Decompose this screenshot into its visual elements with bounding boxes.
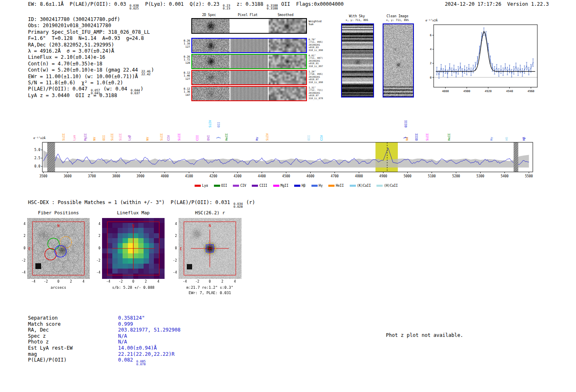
svg-text:4500: 4500	[282, 174, 290, 178]
spec2d-row	[191, 18, 307, 34]
cutout-x-tick: 0	[129, 280, 137, 283]
stacked-uncertainty: 0.31880.3188	[267, 4, 278, 10]
smoothed-image	[269, 55, 306, 68]
info-line: F=1.6" T=0.128 N=1.14 A=0.93 g=24.8	[28, 35, 154, 42]
svg-text:4100: 4100	[185, 174, 193, 178]
emission-line-label: SiII	[425, 133, 429, 141]
spec2d-row	[191, 86, 307, 101]
full-spectrum-chart: 3500360037003800390040004100420043004400…	[23, 110, 555, 189]
emission-line-label: NV	[93, 137, 96, 141]
stacked-uncertainty: 0.230.23	[223, 4, 230, 10]
cutout-y-tick: 0	[91, 246, 100, 250]
spec2d-row-annotation: 1.26" (710, 895) 20190201 v018_07 318_LL…	[309, 70, 328, 84]
legend-item: Hβ	[294, 184, 306, 188]
spec2d-row	[191, 54, 307, 69]
text-segment: (r)	[243, 199, 255, 205]
text-segment: 22.21(22.20,22.22)R	[118, 351, 174, 357]
legend-label: HeII	[336, 184, 344, 188]
hsc-caption-2: EWr: 7, PLAE: 0.031	[173, 291, 247, 295]
cutout-y-tick: 4	[16, 222, 26, 226]
pixelflat-image	[230, 87, 268, 100]
emission-line-label: CIV	[320, 135, 323, 141]
svg-text:5000: 5000	[404, 174, 411, 178]
emission-line-label: OVI	[207, 135, 210, 141]
emission-line-label: CII	[195, 135, 199, 141]
legend-label: Hβ	[302, 184, 306, 188]
svg-text:4300: 4300	[234, 174, 242, 178]
stacked-uncertainty: 0.0440.037	[131, 89, 140, 95]
svg-text:5.0: 5.0	[35, 148, 41, 152]
svg-text:4600: 4600	[307, 174, 314, 178]
match-row-label: Est LyA rest-EW	[28, 345, 118, 351]
lineflux-caption: s/b: 5.28 +/- 0.088	[102, 285, 165, 290]
svg-text:4700: 4700	[331, 174, 339, 178]
lineflux-map-overlay: N	[102, 218, 165, 279]
text-segment: 0.358124"	[118, 315, 145, 321]
svg-text:4200: 4200	[209, 174, 217, 178]
legend-label: CIV	[240, 184, 246, 188]
emission-line-label: }	[216, 136, 221, 139]
emission-line-label: NV	[146, 137, 149, 141]
emission-line-label: HeII	[225, 133, 228, 141]
legend-label: Hγ	[319, 184, 323, 188]
emission-line-label: OIII	[415, 133, 418, 141]
svg-text:4940: 4940	[506, 90, 513, 93]
svg-text:6: 6	[430, 34, 432, 37]
spec2d-row-left-labels: 0.26 1.72 128	[180, 56, 190, 65]
smoothed-image	[269, 87, 306, 100]
text-segment: P(Lyα): 0.001 Q(z): 0.23	[139, 1, 222, 7]
info-line: P(LAE)/P(OII): 0.047 0.0570.041 (w: 0.04…	[28, 86, 154, 92]
svg-text:3900: 3900	[137, 174, 144, 178]
cutout-x-tick: -2	[193, 280, 202, 283]
fiber-xlabel: arcsecs	[27, 285, 90, 290]
legend-item: HeII	[328, 184, 344, 188]
legend-item: MgII	[273, 184, 288, 188]
match-row-label: Photo z	[28, 339, 118, 345]
cutout-y-tick: -4	[91, 271, 100, 274]
spec2d-image	[192, 71, 230, 84]
cutout-x-tick: -2	[42, 280, 50, 283]
emission-line-label: OII	[217, 122, 221, 128]
match-row-label: Separation	[28, 315, 118, 321]
smoothed-image	[269, 71, 306, 84]
lineflux-map-title: Lineflux Map	[102, 210, 165, 216]
cutout-y-tick: -4	[167, 271, 177, 274]
legend-swatch	[311, 185, 318, 187]
svg-text:5400: 5400	[501, 174, 509, 178]
hsc-r-overlay: N E	[179, 218, 242, 279]
match-row-label: Spec z	[28, 333, 118, 339]
legend-swatch	[214, 185, 220, 187]
svg-text:3600: 3600	[64, 174, 72, 178]
spec2d-row	[191, 70, 307, 85]
hsc-dex-match-line: HSC-DEX : Possible Matches = 1 (within +…	[28, 199, 255, 208]
match-row-value: 203.821977, 51.292908	[118, 327, 181, 333]
fiber-highlight-orange	[60, 237, 72, 248]
info-line: λ = 4916.2Å σ = 3.07(±0.24)Å	[28, 48, 154, 54]
text-segment: OII Flags:0x00004000	[278, 1, 344, 7]
legend-item: CIV	[233, 184, 246, 188]
stacked-uncertainty: 0.0380.025	[130, 4, 139, 10]
cutout-x-tick: 0	[206, 280, 214, 283]
svg-text:3500: 3500	[39, 174, 47, 178]
match-row-value: 0.082 0.0850.078	[118, 357, 181, 366]
svg-text:4000: 4000	[161, 174, 169, 178]
compass-north-label: N	[132, 224, 134, 228]
text-segment: )	[151, 67, 154, 73]
legend-swatch	[273, 185, 279, 187]
clean-image-coords: x, y: 711, 895	[379, 19, 416, 22]
legend-item: (H)CaII	[376, 184, 398, 188]
text-segment: N/A	[118, 333, 127, 339]
legend-label: (H)CaII	[384, 184, 398, 188]
cutout-x-tick: -4	[29, 280, 37, 283]
emission-line-label: OIII	[404, 120, 408, 128]
emission-line-label: OII	[102, 135, 106, 141]
text-segment: )	[140, 86, 143, 92]
match-row-value: N/A	[118, 333, 181, 339]
emission-line-label: Lyα	[72, 135, 76, 141]
svg-text:5100: 5100	[428, 174, 436, 178]
cutout-y-tick: 4	[91, 222, 100, 226]
fiber-positions-overlay: N E	[27, 218, 90, 279]
fiber-circles	[33, 225, 84, 271]
legend-swatch	[195, 185, 201, 187]
col-header-smoothed: Smoothed	[267, 13, 304, 17]
